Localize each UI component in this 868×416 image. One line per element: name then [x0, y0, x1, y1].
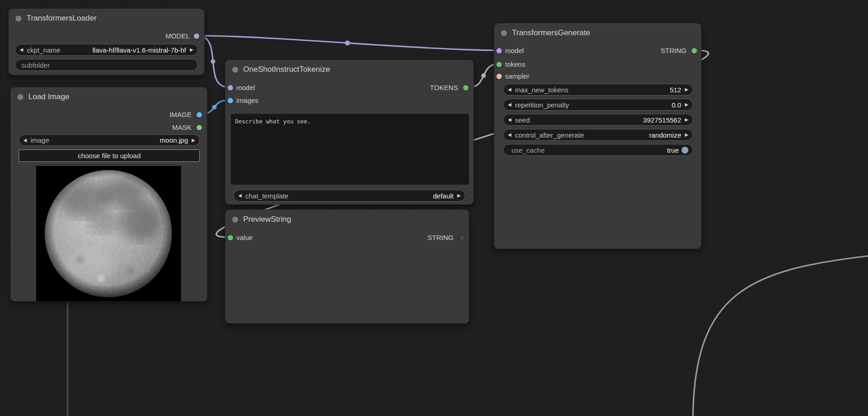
node-title: PreviewString	[243, 215, 291, 224]
arrow-right-icon[interactable]: ▶	[685, 117, 688, 122]
widget-label: max_new_tokens	[515, 86, 569, 94]
widget-value: true	[662, 146, 679, 154]
widget-label: subfolder	[21, 61, 50, 69]
link-dot-tokens	[481, 74, 486, 78]
output-port-string[interactable]	[459, 235, 465, 240]
output-port-tokens[interactable]	[463, 85, 469, 91]
graph-canvas[interactable]: TransformersLoader MODEL ◀ ckpt_name lla…	[0, 0, 868, 416]
link-dot-image	[212, 105, 217, 110]
collapse-dot-icon[interactable]	[17, 94, 23, 100]
node-transformersgenerate[interactable]: TransformersGenerate model STRING tokens…	[494, 23, 702, 249]
output-label-model: MODEL	[165, 32, 190, 41]
arrow-right-icon[interactable]: ▶	[190, 48, 193, 52]
subfolder-widget[interactable]: subfolder	[15, 59, 198, 71]
node-title-bar[interactable]: TransformersGenerate	[501, 27, 696, 38]
output-label-string: STRING	[660, 46, 687, 55]
widget-label: seed	[515, 116, 530, 124]
node-title: TransformersLoader	[27, 14, 96, 23]
node-load-image[interactable]: Load Image IMAGE MASK ◀ image moon.jpg ▶…	[10, 87, 208, 302]
widget-value: 0.0	[667, 101, 681, 109]
widget-value: 3927515562	[639, 116, 681, 124]
choose-file-label: choose file to upload	[78, 152, 141, 160]
output-label-mask: MASK	[172, 123, 192, 132]
output-label-string: STRING	[427, 233, 453, 242]
node-title-bar[interactable]: PreviewString	[232, 214, 463, 225]
arrow-right-icon[interactable]: ▶	[685, 133, 688, 137]
collapse-dot-icon[interactable]	[16, 16, 21, 21]
collapse-dot-icon[interactable]	[232, 217, 238, 223]
widget-value: default	[428, 192, 453, 200]
toggle-knob-icon[interactable]	[682, 147, 688, 154]
node-title: Load Image	[28, 92, 69, 101]
node-title: TransformersGenerate	[512, 28, 590, 37]
arrow-left-icon[interactable]: ◀	[508, 117, 511, 122]
arrow-left-icon[interactable]: ◀	[508, 87, 511, 92]
input-port-sampler[interactable]	[496, 74, 502, 79]
input-label-tokens: tokens	[505, 60, 525, 69]
output-port-image[interactable]	[197, 112, 202, 117]
prompt-textarea[interactable]: Describe what you see.	[231, 114, 469, 185]
node-title-bar[interactable]: Load Image	[17, 91, 202, 102]
output-port-string[interactable]	[692, 48, 697, 53]
output-port-mask[interactable]	[197, 125, 202, 130]
image-select-widget[interactable]: ◀ image moon.jpg ▶	[19, 134, 200, 146]
image-preview	[36, 166, 181, 301]
output-port-model[interactable]	[194, 33, 199, 39]
arrow-right-icon[interactable]: ▶	[685, 87, 688, 92]
input-port-value[interactable]	[228, 235, 233, 240]
link-dot-model-generate	[345, 41, 350, 46]
widget-label: control_after_generate	[515, 131, 584, 139]
link-dot-model-tokenize	[211, 59, 215, 64]
input-label-sampler: sampler	[505, 72, 529, 81]
use-cache-toggle-widget[interactable]: use_cache true	[503, 144, 693, 156]
node-transformersloader[interactable]: TransformersLoader MODEL ◀ ckpt_name lla…	[8, 8, 205, 75]
widget-label: ckpt_name	[27, 46, 60, 54]
arrow-left-icon[interactable]: ◀	[508, 133, 511, 137]
output-label-tokens: TOKENS	[430, 83, 458, 92]
seed-widget[interactable]: ◀ seed 3927515562 ▶	[503, 114, 693, 126]
node-title: OneShotInstructTokenize	[243, 65, 330, 74]
widget-value: moon.jpg	[155, 136, 188, 144]
arrow-left-icon[interactable]: ◀	[23, 138, 27, 143]
widget-label: repetition_penalty	[515, 101, 569, 109]
output-label-image: IMAGE	[170, 110, 192, 119]
node-title-bar[interactable]: TransformersLoader	[16, 13, 199, 24]
collapse-dot-icon[interactable]	[232, 67, 238, 73]
arrow-right-icon[interactable]: ▶	[457, 193, 461, 198]
node-oneshotinstructtokenize[interactable]: OneShotInstructTokenize model images TOK…	[225, 59, 474, 205]
wire-offscreen-bottom-right	[693, 256, 868, 416]
max-new-tokens-widget[interactable]: ◀ max_new_tokens 512 ▶	[503, 84, 693, 96]
input-port-model[interactable]	[228, 85, 233, 91]
moon-image	[36, 166, 181, 301]
control-after-generate-widget[interactable]: ◀ control_after_generate randomize ▶	[503, 129, 693, 141]
widget-label: image	[31, 136, 49, 144]
choose-file-button[interactable]: choose file to upload	[19, 149, 200, 162]
widget-value: randomize	[644, 131, 681, 139]
input-port-model[interactable]	[496, 48, 502, 53]
input-label-images: images	[236, 96, 258, 105]
arrow-left-icon[interactable]: ◀	[508, 102, 511, 107]
repetition-penalty-widget[interactable]: ◀ repetition_penalty 0.0 ▶	[503, 99, 693, 111]
chat-template-widget[interactable]: ◀ chat_template default ▶	[234, 190, 465, 202]
input-port-tokens[interactable]	[496, 62, 502, 67]
collapse-dot-icon[interactable]	[501, 30, 507, 36]
widget-value: llava-hf/llava-v1.6-mistral-7b-hf	[88, 46, 186, 54]
input-port-images[interactable]	[228, 98, 233, 103]
widget-label: chat_template	[245, 192, 288, 200]
node-previewstring[interactable]: PreviewString value STRING	[225, 209, 469, 324]
input-label-model: model	[236, 83, 255, 92]
widget-value: 512	[665, 86, 681, 94]
widget-label: use_cache	[511, 146, 545, 154]
arrow-left-icon[interactable]: ◀	[20, 48, 23, 52]
arrow-left-icon[interactable]: ◀	[238, 193, 242, 198]
ckpt-name-widget[interactable]: ◀ ckpt_name llava-hf/llava-v1.6-mistral-…	[15, 44, 198, 56]
arrow-right-icon[interactable]: ▶	[685, 102, 688, 107]
arrow-right-icon[interactable]: ▶	[192, 138, 195, 143]
node-title-bar[interactable]: OneShotInstructTokenize	[232, 64, 468, 75]
input-label-value: value	[236, 233, 253, 242]
prompt-text: Describe what you see.	[235, 118, 311, 125]
input-label-model: model	[505, 46, 524, 55]
